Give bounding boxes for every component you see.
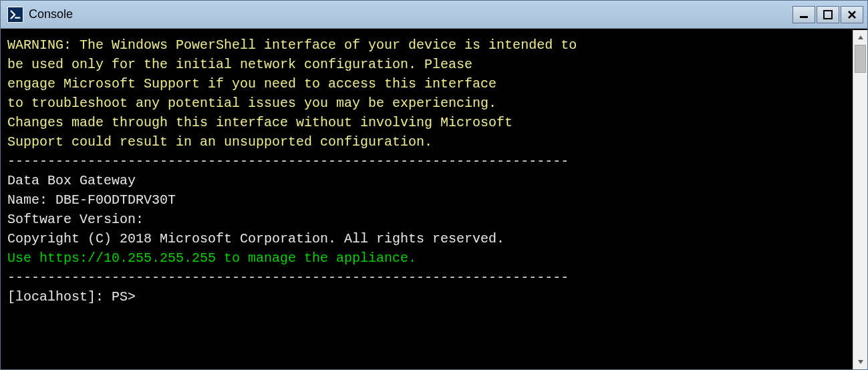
product-name: Data Box Gateway <box>7 173 136 188</box>
warning-text: WARNING: The Windows PowerShell interfac… <box>7 37 577 150</box>
copyright-text: Copyright (C) 2018 Microsoft Corporation… <box>7 231 504 246</box>
device-name: Name: DBE-F0ODTDRV30T <box>7 192 176 208</box>
separator: ----------------------------------------… <box>7 154 569 169</box>
scroll-thumb[interactable] <box>855 45 866 73</box>
ps-prompt: [localhost]: PS> <box>7 289 136 305</box>
manage-url: https://10.255.255.255 <box>39 250 216 266</box>
powershell-icon <box>7 7 23 23</box>
titlebar: Console <box>1 1 867 29</box>
vertical-scrollbar[interactable] <box>853 30 867 369</box>
scroll-down-arrow[interactable] <box>853 355 867 369</box>
titlebar-buttons <box>792 6 863 23</box>
software-version: Software Version: <box>7 212 144 227</box>
manage-text: Use https://10.255.255.255 to manage the… <box>7 250 416 266</box>
console-content[interactable]: WARNING: The Windows PowerShell interfac… <box>1 30 853 369</box>
window-title: Console <box>29 7 792 21</box>
minimize-button[interactable] <box>792 6 815 23</box>
scroll-track[interactable] <box>853 45 867 355</box>
close-button[interactable] <box>841 6 863 23</box>
console-window: Console WARNING: The Windows PowerShell … <box>0 0 868 370</box>
svg-rect-2 <box>800 16 808 18</box>
console-body: WARNING: The Windows PowerShell interfac… <box>1 29 867 369</box>
maximize-button[interactable] <box>817 6 839 23</box>
svg-rect-3 <box>824 11 832 19</box>
scroll-up-arrow[interactable] <box>853 30 867 45</box>
separator: ----------------------------------------… <box>7 270 569 285</box>
